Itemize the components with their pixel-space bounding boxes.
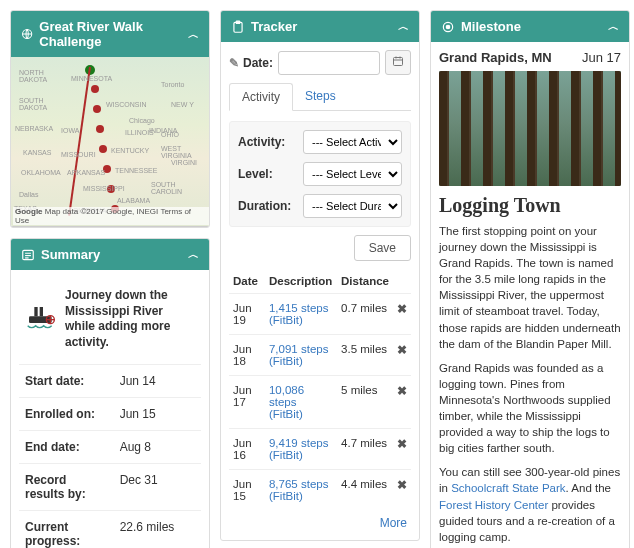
tracker-table: Date Description Distance Jun 191,415 st…: [229, 269, 411, 510]
table-row: Jun 158,765 steps(FitBit)4.4 miles✖: [229, 470, 411, 511]
col-date: Date: [229, 269, 265, 294]
level-label: Level:: [238, 167, 298, 181]
steps-link[interactable]: 9,419 steps: [269, 437, 328, 449]
milestone-date: Jun 17: [582, 50, 621, 65]
milestone-heading: Logging Town: [439, 194, 621, 217]
tracker-panel: Tracker ︿ ✎Date: Activity Steps: [220, 10, 420, 541]
tracker-more-link[interactable]: More: [229, 510, 411, 532]
table-row: Start date:Jun 14: [19, 365, 201, 398]
activity-select[interactable]: --- Select Activity ---: [303, 130, 402, 154]
table-row: Jun 187,091 steps(FitBit)3.5 miles✖: [229, 335, 411, 376]
pencil-icon: ✎: [229, 56, 239, 70]
steps-link[interactable]: 7,091 steps: [269, 343, 328, 355]
summary-panel: Summary ︿ Journey down the Mississippi R…: [10, 238, 210, 548]
tracker-header: Tracker ︿: [221, 11, 419, 42]
col-distance: Distance: [337, 269, 393, 294]
summary-title: Summary: [41, 247, 100, 262]
svg-rect-5: [34, 307, 37, 316]
steps-source: (FitBit): [269, 408, 333, 420]
link-schoolcraft[interactable]: Schoolcraft State Park: [451, 482, 565, 494]
duration-label: Duration:: [238, 199, 298, 213]
summary-label: Enrolled on:: [19, 398, 114, 431]
summary-label: Record results by:: [19, 464, 114, 511]
collapse-icon[interactable]: ︿: [398, 19, 409, 34]
table-row: Jun 169,419 steps(FitBit)4.7 miles✖: [229, 429, 411, 470]
tracker-title: Tracker: [251, 19, 297, 34]
delete-row-button[interactable]: ✖: [393, 335, 411, 376]
table-row: Jun 1710,086 steps(FitBit)5 miles✖: [229, 376, 411, 429]
target-icon: [441, 20, 455, 34]
table-row: Record results by:Dec 31: [19, 464, 201, 511]
challenge-header: Great River Walk Challenge ︿: [11, 11, 209, 57]
delete-row-button[interactable]: ✖: [393, 429, 411, 470]
table-row: End date:Aug 8: [19, 431, 201, 464]
duration-select[interactable]: --- Select Duration ---: [303, 194, 402, 218]
tab-activity[interactable]: Activity: [229, 83, 293, 111]
summary-value: Dec 31: [114, 464, 201, 511]
cell-description: 9,419 steps(FitBit): [265, 429, 337, 470]
save-button[interactable]: Save: [354, 235, 411, 261]
collapse-icon[interactable]: ︿: [608, 19, 619, 34]
summary-label: Start date:: [19, 365, 114, 398]
challenge-panel: Great River Walk Challenge ︿ NORTHDAKOTA…: [10, 10, 210, 228]
calendar-icon: [392, 55, 404, 67]
milestone-title: Milestone: [461, 19, 521, 34]
summary-value: Aug 8: [114, 431, 201, 464]
steps-link[interactable]: 10,086 steps: [269, 384, 304, 408]
milestone-header: Milestone ︿: [431, 11, 629, 42]
summary-message: Journey down the Mississippi River while…: [65, 288, 195, 350]
svg-rect-12: [236, 21, 240, 23]
delete-row-button[interactable]: ✖: [393, 376, 411, 429]
cell-description: 10,086 steps(FitBit): [265, 376, 337, 429]
milestone-location: Grand Rapids, MN: [439, 50, 552, 65]
table-row: Jun 191,415 steps(FitBit)0.7 miles✖: [229, 294, 411, 335]
cell-date: Jun 15: [229, 470, 265, 511]
table-row: Enrolled on:Jun 15: [19, 398, 201, 431]
date-label: ✎Date:: [229, 56, 273, 70]
table-row: Current progress:22.6 miles: [19, 511, 201, 548]
clipboard-icon: [231, 20, 245, 34]
level-select[interactable]: --- Select Level ---: [303, 162, 402, 186]
collapse-icon[interactable]: ︿: [188, 27, 199, 42]
activity-form: Activity: --- Select Activity --- Level:…: [229, 121, 411, 227]
cell-distance: 5 miles: [337, 376, 393, 429]
cell-date: Jun 17: [229, 376, 265, 429]
cell-distance: 4.4 miles: [337, 470, 393, 511]
col-description: Description: [265, 269, 337, 294]
summary-header: Summary ︿: [11, 239, 209, 270]
steps-link[interactable]: 8,765 steps: [269, 478, 328, 490]
tab-steps[interactable]: Steps: [293, 83, 348, 110]
date-input[interactable]: [278, 51, 380, 75]
summary-label: End date:: [19, 431, 114, 464]
summary-value: 22.6 miles: [114, 511, 201, 548]
summary-label: Current progress:: [19, 511, 114, 548]
activity-label: Activity:: [238, 135, 298, 149]
cell-description: 7,091 steps(FitBit): [265, 335, 337, 376]
collapse-icon[interactable]: ︿: [188, 247, 199, 262]
svg-rect-13: [394, 58, 403, 66]
calendar-button[interactable]: [385, 50, 411, 75]
challenge-title: Great River Walk Challenge: [39, 19, 188, 49]
steps-source: (FitBit): [269, 355, 333, 367]
milestone-panel: Milestone ︿ Grand Rapids, MN Jun 17 Logg…: [430, 10, 630, 548]
cell-distance: 3.5 miles: [337, 335, 393, 376]
summary-value: Jun 14: [114, 365, 201, 398]
milestone-text: The first stopping point on your journey…: [439, 223, 621, 545]
cell-date: Jun 16: [229, 429, 265, 470]
steps-source: (FitBit): [269, 490, 333, 502]
link-forest-history[interactable]: Forest History Center: [439, 499, 548, 511]
list-icon: [21, 248, 35, 262]
cell-date: Jun 19: [229, 294, 265, 335]
steps-link[interactable]: 1,415 steps: [269, 302, 328, 314]
cell-distance: 4.7 miles: [337, 429, 393, 470]
cell-description: 8,765 steps(FitBit): [265, 470, 337, 511]
tracker-tabs: Activity Steps: [229, 83, 411, 111]
svg-rect-6: [40, 307, 43, 316]
steps-source: (FitBit): [269, 314, 333, 326]
svg-point-18: [446, 25, 450, 29]
delete-row-button[interactable]: ✖: [393, 294, 411, 335]
delete-row-button[interactable]: ✖: [393, 470, 411, 511]
cell-distance: 0.7 miles: [337, 294, 393, 335]
cell-date: Jun 18: [229, 335, 265, 376]
challenge-map[interactable]: NORTHDAKOTA SOUTHDAKOTA MINNESOTA WISCON…: [11, 57, 209, 227]
